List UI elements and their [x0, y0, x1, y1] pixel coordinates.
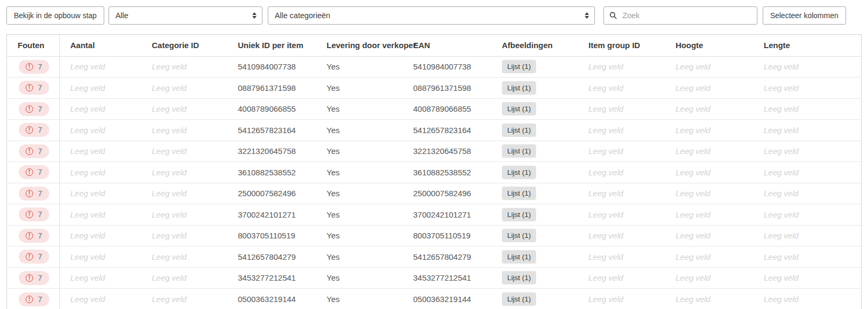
cell-hoogte: Leeg veld	[665, 56, 753, 78]
cell-ean: 5410984007738	[402, 56, 491, 78]
empty-value: Leeg veld	[764, 146, 799, 156]
images-list-badge[interactable]: Lijst (1)	[502, 292, 536, 306]
empty-value: Leeg veld	[764, 273, 799, 282]
view-build-step-button[interactable]: Bekijk in de opbouw stap	[6, 6, 104, 25]
error-icon: !	[26, 296, 33, 303]
empty-value: Leeg veld	[152, 252, 187, 261]
cell-uniek-id: 3700242101271	[227, 204, 316, 226]
images-list-badge[interactable]: Lijst (1)	[502, 123, 536, 137]
table-row[interactable]: !7Leeg veldLeeg veld2500007582496Yes2500…	[7, 183, 862, 204]
cell-aantal: Leeg veld	[59, 78, 141, 99]
empty-value: Leeg veld	[71, 273, 105, 282]
cell-lengte: Leeg veld	[753, 56, 862, 78]
error-count: 7	[38, 126, 42, 134]
error-count: 7	[38, 274, 42, 282]
cell-item-group-id: Leeg veld	[578, 225, 665, 246]
cell-uniek-id: 3610882538552	[227, 162, 316, 183]
cell-levering: Yes	[316, 78, 402, 99]
cell-levering: Yes	[316, 141, 402, 162]
table-row[interactable]: !7Leeg veldLeeg veld3700242101271Yes3700…	[7, 204, 862, 226]
error-count: 7	[38, 83, 42, 92]
images-list-badge[interactable]: Lijst (1)	[502, 81, 536, 95]
column-header-ean: EAN	[402, 35, 491, 56]
cell-uniek-id: 2500007582496	[227, 183, 316, 204]
images-list-badge[interactable]: Lijst (1)	[502, 187, 536, 200]
table-row[interactable]: !7Leeg veldLeeg veld0500363219144Yes0500…	[7, 289, 862, 309]
data-table: Fouten Aantal Categorie ID Uniek ID per …	[6, 34, 862, 309]
cell-fouten: !7	[7, 267, 59, 289]
filter-all-select[interactable]: Alle	[108, 6, 262, 25]
empty-value: Leeg veld	[152, 231, 187, 240]
empty-value: Leeg veld	[152, 168, 187, 177]
cell-ean: 3700242101271	[402, 204, 491, 226]
select-arrows-icon	[252, 12, 257, 19]
column-header-aantal: Aantal	[59, 35, 141, 56]
error-badge[interactable]: !7	[19, 271, 49, 285]
cell-ean: 0887961371598	[402, 78, 491, 99]
error-count: 7	[38, 168, 42, 176]
category-filter-select[interactable]: Alle categorieën	[268, 6, 595, 25]
error-badge[interactable]: !7	[19, 81, 49, 95]
cell-fouten: !7	[7, 204, 59, 226]
error-badge[interactable]: !7	[19, 102, 49, 116]
cell-afbeeldingen: Lijst (1)	[491, 78, 578, 99]
error-badge[interactable]: !7	[19, 250, 49, 264]
images-list-badge[interactable]: Lijst (1)	[502, 250, 536, 264]
table-row[interactable]: !7Leeg veldLeeg veld3221320645758Yes3221…	[7, 141, 862, 162]
error-badge[interactable]: !7	[19, 144, 49, 158]
select-arrows-icon	[585, 12, 589, 19]
images-list-badge[interactable]: Lijst (1)	[502, 208, 536, 221]
images-list-badge[interactable]: Lijst (1)	[502, 144, 536, 158]
error-badge[interactable]: !7	[19, 229, 49, 243]
empty-value: Leeg veld	[588, 231, 623, 240]
cell-hoogte: Leeg veld	[665, 120, 753, 141]
error-badge[interactable]: !7	[19, 165, 49, 179]
empty-value: Leeg veld	[152, 189, 187, 198]
error-icon: !	[26, 84, 33, 91]
search-input[interactable]	[622, 11, 751, 20]
error-badge[interactable]: !7	[19, 60, 49, 74]
images-list-badge[interactable]: Lijst (1)	[502, 229, 536, 242]
images-list-badge[interactable]: Lijst (1)	[502, 60, 536, 73]
table-row[interactable]: !7Leeg veldLeeg veld5412657804279Yes5412…	[7, 246, 862, 268]
category-filter-value: Alle categorieën	[275, 11, 330, 20]
images-list-badge[interactable]: Lijst (1)	[502, 102, 536, 115]
cell-afbeeldingen: Lijst (1)	[491, 120, 578, 141]
table-row[interactable]: !7Leeg veldLeeg veld5412657823164Yes5412…	[7, 120, 862, 141]
cell-lengte: Leeg veld	[753, 183, 862, 204]
error-badge[interactable]: !7	[19, 187, 49, 200]
error-icon: !	[26, 105, 33, 113]
empty-value: Leeg veld	[71, 252, 105, 261]
table-row[interactable]: !7Leeg veldLeeg veld8003705110519Yes8003…	[7, 225, 862, 246]
empty-value: Leeg veld	[588, 189, 623, 198]
cell-categorie-id: Leeg veld	[141, 141, 227, 162]
empty-value: Leeg veld	[588, 168, 623, 177]
column-header-lengte: Lengte	[753, 35, 862, 56]
empty-value: Leeg veld	[588, 210, 623, 219]
column-header-categorie-id: Categorie ID	[141, 35, 227, 56]
cell-fouten: !7	[7, 98, 59, 120]
empty-value: Leeg veld	[676, 210, 710, 219]
error-badge[interactable]: !7	[19, 292, 49, 306]
error-badge[interactable]: !7	[19, 207, 49, 221]
images-list-badge[interactable]: Lijst (1)	[502, 271, 536, 284]
select-columns-button[interactable]: Selecteer kolommen	[763, 6, 846, 25]
error-count: 7	[38, 210, 42, 219]
cell-categorie-id: Leeg veld	[141, 98, 227, 120]
cell-fouten: !7	[7, 246, 59, 268]
cell-fouten: !7	[7, 141, 59, 162]
cell-categorie-id: Leeg veld	[141, 204, 227, 226]
table-row[interactable]: !7Leeg veldLeeg veld3453277212541Yes3453…	[7, 267, 862, 289]
images-list-badge[interactable]: Lijst (1)	[502, 166, 536, 179]
empty-value: Leeg veld	[676, 83, 710, 92]
table-row[interactable]: !7Leeg veldLeeg veld0887961371598Yes0887…	[7, 78, 862, 99]
empty-value: Leeg veld	[71, 83, 105, 92]
table-row[interactable]: !7Leeg veldLeeg veld3610882538552Yes3610…	[7, 162, 862, 183]
table-row[interactable]: !7Leeg veldLeeg veld5410984007738Yes5410…	[7, 56, 862, 78]
empty-value: Leeg veld	[71, 146, 105, 156]
cell-fouten: !7	[7, 289, 59, 309]
table-row[interactable]: !7Leeg veldLeeg veld4008789066855Yes4008…	[7, 98, 862, 120]
cell-uniek-id: 3221320645758	[227, 141, 316, 162]
error-icon: !	[26, 63, 33, 71]
error-badge[interactable]: !7	[19, 123, 49, 137]
